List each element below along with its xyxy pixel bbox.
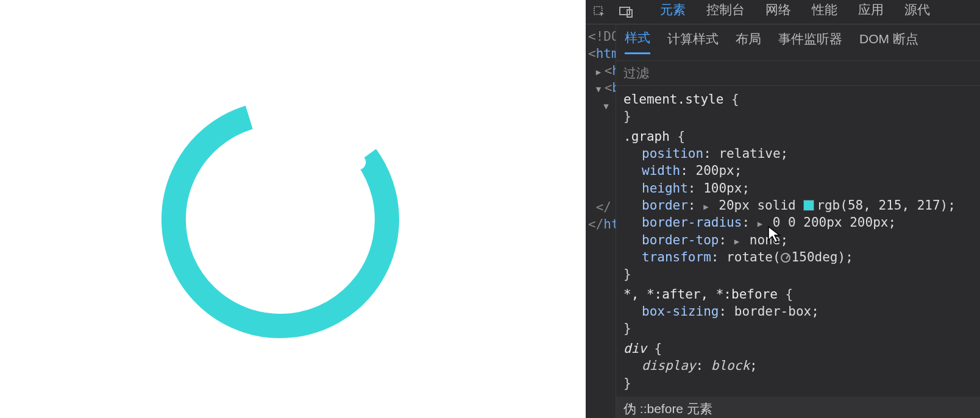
elements-tree-line[interactable] — [586, 182, 616, 199]
pseudo-before-section[interactable]: 伪 ::before 元素 — [616, 397, 980, 418]
css-declaration[interactable]: width: 200px; — [642, 162, 973, 179]
tab-performance[interactable]: 性能 — [811, 0, 839, 26]
tab-sources[interactable]: 源代 — [903, 0, 931, 26]
css-declaration[interactable]: border-top: ▶ none; — [642, 232, 973, 249]
subtab-event-listeners[interactable]: 事件监听器 — [778, 30, 842, 54]
css-rule[interactable]: div {display: block;} — [616, 339, 980, 393]
css-declaration[interactable]: display: block; — [642, 357, 973, 374]
elements-tree-line[interactable] — [586, 113, 616, 130]
css-rule[interactable]: element.style {} — [616, 90, 980, 127]
subtab-layout[interactable]: 布局 — [736, 30, 761, 54]
elements-tree-line[interactable] — [586, 147, 616, 165]
elements-tree-line[interactable] — [586, 165, 616, 182]
elements-tree-line[interactable]: ▼ — [586, 96, 616, 113]
devtools-main-tabs: 元素 控制台 网络 性能 应用 源代 — [659, 0, 931, 26]
styles-panel: 样式 计算样式 布局 事件监听器 DOM 断点 element.style {}… — [616, 24, 980, 418]
css-rule-close: } — [623, 320, 973, 337]
styles-filter — [616, 61, 980, 86]
css-selector[interactable]: *, *:after, *:before { — [623, 286, 973, 303]
css-declaration[interactable]: position: relative; — [642, 145, 973, 162]
css-declaration[interactable]: height: 100px; — [642, 180, 973, 197]
elements-tree-line[interactable]: </ — [586, 199, 616, 216]
css-declaration[interactable]: border: ▶ 20px solid rgb(58, 215, 217); — [642, 197, 973, 214]
graph-arc — [140, 79, 421, 360]
css-selector[interactable]: div { — [623, 340, 973, 357]
css-declaration[interactable]: border-radius: ▶ 0 0 200px 200px; — [642, 214, 973, 231]
css-selector[interactable]: .graph { — [623, 128, 973, 145]
css-declaration[interactable]: transform: rotate(150deg); — [642, 249, 973, 266]
subtab-dom-breakpoints[interactable]: DOM 断点 — [859, 30, 918, 54]
tab-network[interactable]: 网络 — [764, 0, 792, 26]
render-preview — [0, 0, 586, 418]
css-declaration[interactable]: box-sizing: border-box; — [642, 303, 973, 320]
devtools-panel: 元素 控制台 网络 性能 应用 源代 <!DO<htm ▶<h ▼<b ▼ </… — [586, 0, 980, 418]
css-rule[interactable]: .graph {position: relative;width: 200px;… — [616, 127, 980, 285]
elements-tree-line[interactable]: <htm — [586, 45, 616, 62]
tab-elements[interactable]: 元素 — [659, 0, 687, 26]
css-rule-close: } — [623, 266, 973, 283]
svg-rect-2 — [620, 7, 630, 15]
elements-tree-line[interactable]: ▶<h — [586, 62, 616, 79]
styles-subtabs: 样式 计算样式 布局 事件监听器 DOM 断点 — [616, 24, 980, 61]
elements-tree[interactable]: <!DO<htm ▶<h ▼<b ▼ </</ht — [586, 24, 616, 418]
elements-tree-line[interactable] — [586, 130, 616, 147]
css-rule[interactable]: *, *:after, *:before {box-sizing: border… — [616, 285, 980, 339]
css-rule-close: } — [623, 375, 973, 392]
tab-console[interactable]: 控制台 — [705, 0, 746, 26]
tab-application[interactable]: 应用 — [857, 0, 885, 26]
styles-filter-input[interactable] — [616, 61, 980, 85]
subtab-styles[interactable]: 样式 — [625, 29, 650, 54]
elements-tree-line[interactable]: ▼<b — [586, 79, 616, 96]
elements-tree-line[interactable]: <!DO — [586, 28, 616, 45]
styles-rules[interactable]: element.style {}.graph {position: relati… — [616, 86, 980, 418]
inspect-icon[interactable] — [591, 3, 609, 21]
css-selector[interactable]: element.style { — [623, 91, 973, 108]
subtab-computed[interactable]: 计算样式 — [667, 30, 719, 54]
elements-tree-line[interactable]: </ht — [586, 216, 616, 233]
css-rule-close: } — [623, 108, 973, 125]
devtools-toolbar: 元素 控制台 网络 性能 应用 源代 — [586, 0, 980, 24]
device-toolbar-icon[interactable] — [617, 3, 636, 21]
